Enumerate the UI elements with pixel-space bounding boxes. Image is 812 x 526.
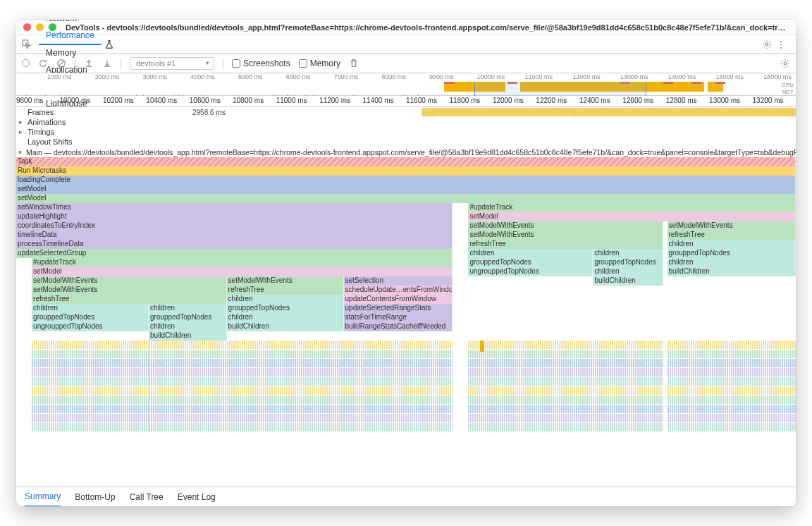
track-animations[interactable]: ▸Animations: [16, 117, 796, 127]
flame-bar[interactable]: statsForTimeRange: [344, 313, 453, 322]
overview-tick: 9000 ms: [429, 73, 454, 80]
details-tab-summary[interactable]: Summary: [25, 491, 61, 507]
flame-bar[interactable]: buildChildren: [149, 331, 227, 341]
flame-bar[interactable]: updateSelectedRangeStats: [344, 304, 453, 313]
ruler-tick: 10000 ms: [59, 97, 90, 104]
trash-icon[interactable]: [349, 59, 359, 68]
flame-bar[interactable]: setModel: [16, 194, 796, 203]
track-timings[interactable]: ▸Timings: [16, 127, 796, 137]
screenshots-checkbox[interactable]: Screenshots: [232, 59, 290, 68]
ruler-tick: 13200 ms: [753, 97, 784, 104]
flame-bar[interactable]: buildChildren: [593, 276, 663, 286]
target-dropdown[interactable]: devtools #1: [130, 57, 214, 70]
flame-bar[interactable]: #updateTrack: [32, 258, 453, 267]
flame-bar[interactable]: timelineData: [16, 231, 453, 240]
ruler-tick: 11800 ms: [449, 97, 480, 104]
track-frames[interactable]: Frames 2958.6 ms: [16, 107, 796, 117]
record-icon[interactable]: [22, 59, 30, 67]
reload-icon[interactable]: [38, 59, 48, 68]
tab-network[interactable]: Network: [39, 20, 102, 27]
ruler-tick: 10400 ms: [146, 97, 177, 104]
flame-bar[interactable]: setModelWithEvents: [32, 276, 227, 286]
titlebar: DevTools - devtools://devtools/bundled/d…: [16, 20, 796, 35]
flame-bar[interactable]: children: [149, 304, 227, 313]
flame-bar[interactable]: grouppedTopNodes: [593, 258, 663, 267]
capture-settings-icon[interactable]: [780, 59, 790, 68]
flame-bar[interactable]: scheduleUpdate…entsFromWindow: [344, 286, 453, 295]
flame-bar[interactable]: buildRangeStatsCacheIfNeeded: [344, 322, 453, 331]
overview-selection[interactable]: [474, 82, 646, 96]
ruler-tick: 11200 ms: [319, 97, 350, 104]
flame-bar[interactable]: setModelWithEvents: [668, 221, 796, 231]
timeline-ruler[interactable]: 9800 ms10000 ms10200 ms10400 ms10600 ms1…: [16, 96, 796, 107]
overview-tick: 2000 ms: [95, 73, 120, 80]
upload-icon[interactable]: [84, 59, 94, 68]
flame-bar[interactable]: grouppedTopNodes: [227, 304, 344, 313]
flame-bar[interactable]: children: [227, 313, 344, 322]
flame-bar[interactable]: grouppedTopNodes: [668, 249, 796, 258]
settings-icon[interactable]: [762, 39, 772, 49]
more-icon[interactable]: ⋮: [772, 39, 790, 50]
track-layout-shifts[interactable]: Layout Shifts: [16, 137, 796, 147]
flame-bar[interactable]: children: [668, 258, 796, 267]
flame-bar[interactable]: updateHighlight: [16, 212, 453, 221]
flame-bar[interactable]: Task: [16, 157, 796, 166]
flame-bar[interactable]: Run Microtasks: [16, 166, 796, 176]
flame-bar[interactable]: refreshTree: [668, 231, 796, 240]
flame-bar[interactable]: grouppedTopNodes: [468, 258, 593, 267]
overview-long-task-marker: [691, 82, 701, 84]
flame-bar[interactable]: setWindowTimes: [16, 203, 453, 212]
flame-bar[interactable]: buildChildren: [227, 322, 344, 331]
flame-bar[interactable]: refreshTree: [468, 240, 663, 249]
ruler-tick: 12800 ms: [666, 97, 697, 104]
ruler-tick: 12000 ms: [493, 97, 524, 104]
details-tab-bottom-up[interactable]: Bottom-Up: [75, 492, 115, 502]
flame-bar[interactable]: children: [149, 322, 227, 331]
flame-bar[interactable]: grouppedTopNodes: [149, 313, 227, 322]
flame-bar[interactable]: ungrouppedTopNodes: [32, 322, 149, 331]
flame-bar[interactable]: loadingComplete: [16, 176, 796, 185]
flame-bar[interactable]: setModel: [32, 267, 453, 276]
flame-bar[interactable]: setSelection: [344, 276, 453, 286]
flame-bar[interactable]: setModelWithEvents: [227, 276, 344, 286]
flame-bar[interactable]: children: [593, 249, 663, 258]
main-thread-header[interactable]: ▾Main — devtools://devtools/bundled/devt…: [16, 147, 796, 157]
ruler-tick: 12200 ms: [536, 97, 567, 104]
close-dot[interactable]: [23, 23, 31, 31]
flame-bar[interactable]: setModelWithEvents: [32, 286, 227, 295]
tab-performance[interactable]: Performance: [39, 27, 102, 45]
flame-bar[interactable]: children: [227, 295, 344, 304]
timeline-overview[interactable]: 1000 ms2000 ms3000 ms4000 ms5000 ms6000 …: [16, 73, 796, 96]
overview-tick: 13000 ms: [620, 73, 648, 80]
flame-bar[interactable]: setModel: [16, 185, 796, 194]
details-tabs: SummaryBottom-UpCall TreeEvent Log: [16, 487, 796, 506]
flame-bar[interactable]: updateContentsFromWindow: [344, 295, 453, 304]
flame-bar[interactable]: children: [668, 240, 796, 249]
flame-bar[interactable]: buildChildren: [668, 267, 796, 276]
flame-bar[interactable]: coordinatesToEntryIndex: [16, 221, 453, 231]
flame-bar[interactable]: children: [468, 249, 593, 258]
flame-bar[interactable]: children: [32, 304, 149, 313]
details-tab-call-tree[interactable]: Call Tree: [130, 492, 164, 502]
flame-bar[interactable]: refreshTree: [227, 286, 344, 295]
download-icon[interactable]: [102, 59, 112, 68]
flame-bar[interactable]: setModelWithEvents: [468, 221, 663, 231]
flame-bar[interactable]: updateSelectedGroup: [16, 249, 453, 258]
overview-tick: 3000 ms: [142, 73, 167, 80]
inspect-icon[interactable]: [22, 39, 32, 49]
clear-icon[interactable]: [56, 59, 66, 68]
ruler-tick: 12600 ms: [622, 97, 653, 104]
flame-bar[interactable]: grouppedTopNodes: [32, 313, 149, 322]
details-tab-event-log[interactable]: Event Log: [178, 492, 216, 502]
tracks: Frames 2958.6 ms ▸Animations ▸Timings La…: [16, 107, 796, 147]
memory-checkbox[interactable]: Memory: [299, 59, 340, 68]
flame-chart[interactable]: TaskRun MicrotasksloadingCompletesetMode…: [16, 157, 796, 487]
flame-bar[interactable]: #updateTrack: [468, 203, 796, 212]
flame-bar[interactable]: children: [593, 267, 663, 276]
flame-bar[interactable]: setModelWithEvents: [468, 231, 663, 240]
ruler-tick: 10600 ms: [190, 97, 221, 104]
flame-bar[interactable]: setModel: [468, 212, 796, 221]
flame-bar[interactable]: processTimelineData: [16, 240, 453, 249]
flame-bar[interactable]: refreshTree: [32, 295, 227, 304]
flame-bar[interactable]: ungrouppedTopNodes: [468, 267, 593, 276]
